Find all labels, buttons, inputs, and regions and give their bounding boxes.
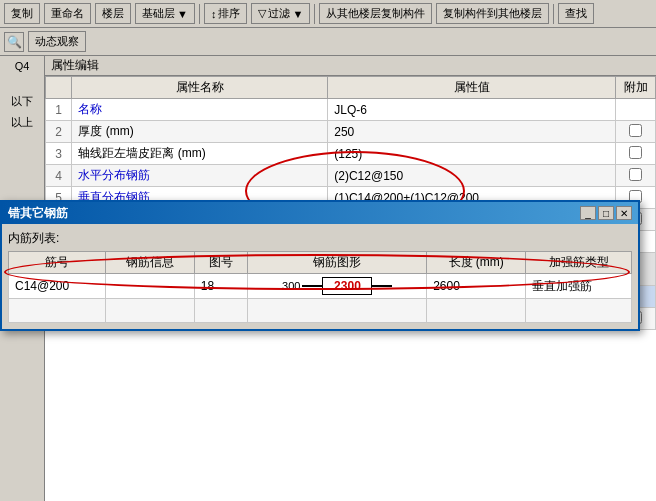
dialog-title: 错其它钢筋	[8, 205, 68, 222]
dialog-controls: _ □ ✕	[580, 206, 632, 220]
rebar-shape-cell: 300 2300	[248, 274, 427, 299]
sidebar-below-label: 以下	[2, 94, 42, 109]
prop-row-name-2: 厚度 (mm)	[72, 121, 328, 143]
rebar-line-left	[302, 285, 322, 287]
prop-row-num-4: 4	[46, 165, 72, 187]
prop-row-name-3: 轴线距左墙皮距离 (mm)	[72, 143, 328, 165]
sidebar-above-label: 以上	[2, 115, 42, 130]
empty-cell-6	[526, 299, 632, 323]
dialog-minimize-button[interactable]: _	[580, 206, 596, 220]
empty-cell-3	[194, 299, 248, 323]
prop-row-2[interactable]: 2厚度 (mm)250	[46, 121, 656, 143]
prop-row-4[interactable]: 4水平分布钢筋(2)C12@150	[46, 165, 656, 187]
toolbar-2: 🔍 动态观察	[0, 28, 656, 56]
rebar-type-cell: 垂直加强筋	[526, 274, 632, 299]
empty-cell-4	[248, 299, 427, 323]
col-rebar-shape: 钢筋图形	[248, 252, 427, 274]
prop-row-value-4: (2)C12@150	[328, 165, 616, 187]
search-toolbar-icon[interactable]: 🔍	[4, 32, 24, 52]
prop-row-value-3: (125)	[328, 143, 616, 165]
rebar-length-cell: 2600	[427, 274, 526, 299]
empty-cell-5	[427, 299, 526, 323]
prop-row-attach-2[interactable]	[616, 121, 656, 143]
prop-row-attach-4[interactable]	[616, 165, 656, 187]
rebar-dialog: 错其它钢筋 _ □ ✕ 内筋列表: 筋号 钢筋信息 图号 钢筋图形 长度 (mm…	[0, 200, 640, 331]
dialog-list-label: 内筋列表:	[8, 230, 632, 247]
col-header-attach: 附加	[616, 77, 656, 99]
empty-cell-1	[9, 299, 106, 323]
col-rebar-info: 钢筋信息	[106, 252, 194, 274]
rebar-diagram: 300 2300	[254, 276, 420, 296]
panel-title: 属性编辑	[45, 56, 656, 76]
copy-from-button[interactable]: 从其他楼层复制构件	[319, 3, 432, 24]
col-rebar-type: 加强筋类型	[526, 252, 632, 274]
prop-row-name-1[interactable]: 名称	[72, 99, 328, 121]
prop-row-attach-1	[616, 99, 656, 121]
rebar-info-cell	[106, 274, 194, 299]
col-header-propname: 属性名称	[72, 77, 328, 99]
rebar-table: 筋号 钢筋信息 图号 钢筋图形 长度 (mm) 加强筋类型 C14@200 18…	[8, 251, 632, 323]
prop-row-value-2: 250	[328, 121, 616, 143]
dynamic-view-button[interactable]: 动态观察	[28, 31, 86, 52]
col-rebar-length: 长度 (mm)	[427, 252, 526, 274]
copy-button[interactable]: 复制	[4, 3, 40, 24]
copy-to-button[interactable]: 复制构件到其他楼层	[436, 3, 549, 24]
dialog-close-button[interactable]: ✕	[616, 206, 632, 220]
rebar-row-1[interactable]: C14@200 18 300 2300 2600 垂直加强筋	[9, 274, 632, 299]
col-header-num	[46, 77, 72, 99]
prop-row-1[interactable]: 1名称JLQ-6	[46, 99, 656, 121]
prop-row-value-1: JLQ-6	[328, 99, 616, 121]
prop-row-num-2: 2	[46, 121, 72, 143]
separator-2	[314, 4, 315, 24]
prop-row-name-4[interactable]: 水平分布钢筋	[72, 165, 328, 187]
sort-button[interactable]: ↕ 排序	[204, 3, 248, 24]
rename-button[interactable]: 重命名	[44, 3, 91, 24]
rebar-row-empty	[9, 299, 632, 323]
base-layer-button[interactable]: 基础层 ▼	[135, 3, 195, 24]
dialog-titlebar: 错其它钢筋 _ □ ✕	[2, 202, 638, 224]
col-rebar-num: 筋号	[9, 252, 106, 274]
layer-button[interactable]: 楼层	[95, 3, 131, 24]
sidebar-q4-label: Q4	[2, 60, 42, 72]
separator-3	[553, 4, 554, 24]
find-button[interactable]: 查找	[558, 3, 594, 24]
rebar-line-right	[372, 285, 392, 287]
rebar-num-cell: C14@200	[9, 274, 106, 299]
filter-button[interactable]: ▽ 过滤 ▼	[251, 3, 310, 24]
separator-1	[199, 4, 200, 24]
col-header-propvalue: 属性值	[328, 77, 616, 99]
prop-row-num-3: 3	[46, 143, 72, 165]
prop-row-3[interactable]: 3轴线距左墙皮距离 (mm)(125)	[46, 143, 656, 165]
rebar-center-value[interactable]: 2300	[322, 277, 372, 295]
col-rebar-drawing: 图号	[194, 252, 248, 274]
rebar-drawing-cell: 18	[194, 274, 248, 299]
dialog-maximize-button[interactable]: □	[598, 206, 614, 220]
prop-row-num-1: 1	[46, 99, 72, 121]
dialog-body: 内筋列表: 筋号 钢筋信息 图号 钢筋图形 长度 (mm) 加强筋类型 C14@…	[2, 224, 638, 329]
prop-row-attach-3[interactable]	[616, 143, 656, 165]
rebar-left-dim: 300	[282, 280, 300, 292]
toolbar-1: 复制 重命名 楼层 基础层 ▼ ↕ 排序 ▽ 过滤 ▼ 从其他楼层复制构件 复制…	[0, 0, 656, 28]
empty-cell-2	[106, 299, 194, 323]
